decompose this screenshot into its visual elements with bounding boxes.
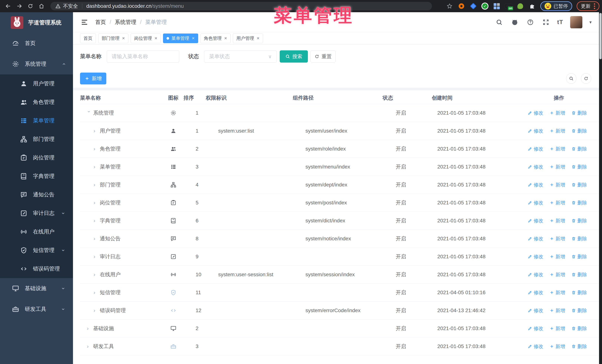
scrollbar-thumb[interactable] (599, 13, 602, 59)
sidebar-item-message[interactable]: 通知公告 (0, 186, 73, 204)
font-size-icon[interactable]: tT (557, 19, 563, 26)
delete-row-button[interactable]: 删除 (571, 128, 587, 134)
expand-row-icon[interactable]: › (94, 290, 98, 295)
delete-row-button[interactable]: 删除 (571, 110, 587, 116)
user-avatar[interactable] (570, 16, 582, 28)
search-icon[interactable] (495, 18, 504, 26)
edit-row-button[interactable]: 修改 (528, 200, 543, 206)
add-child-button[interactable]: 新增 (549, 271, 565, 278)
expand-row-icon[interactable]: › (94, 254, 98, 259)
add-child-button[interactable]: 新增 (549, 200, 565, 206)
page-tab[interactable]: 部门管理 × (98, 33, 128, 43)
edit-row-button[interactable]: 修改 (528, 182, 543, 188)
delete-row-button[interactable]: 删除 (571, 271, 587, 278)
browser-menu-icon[interactable] (593, 3, 595, 9)
page-scrollbar[interactable] (599, 12, 602, 364)
edit-row-button[interactable]: 修改 (528, 110, 543, 116)
collapse-sidebar-icon[interactable] (80, 18, 88, 26)
sidebar-item-gear[interactable]: 系统管理 › (0, 54, 73, 74)
edit-row-button[interactable]: 修改 (528, 343, 543, 350)
close-tab-icon[interactable]: × (154, 35, 157, 41)
sidebar-item-code[interactable]: 错误码管理 (0, 260, 73, 278)
add-child-button[interactable]: 新增 (549, 289, 565, 296)
edit-row-button[interactable]: 修改 (528, 289, 543, 296)
extension-tiles-icon[interactable] (493, 2, 500, 10)
expand-row-icon[interactable]: › (94, 182, 98, 187)
expand-row-icon[interactable]: › (94, 272, 98, 277)
delete-row-button[interactable]: 删除 (571, 146, 587, 152)
edit-row-button[interactable]: 修改 (528, 307, 543, 314)
sidebar-item-log[interactable]: 审计日志 › (0, 204, 73, 223)
browser-back-button[interactable] (4, 2, 12, 10)
add-child-button[interactable]: 新增 (549, 164, 565, 170)
reset-button[interactable]: 重置 (311, 50, 336, 62)
page-tab[interactable]: 角色管理 × (200, 33, 231, 43)
browser-update-button[interactable]: 更新 (577, 1, 599, 11)
sidebar-item-user[interactable]: 用户管理 (0, 74, 73, 93)
edit-row-button[interactable]: 修改 (528, 164, 543, 170)
expand-row-icon[interactable]: › (94, 308, 98, 313)
sidebar-item-online[interactable]: 在线用户 (0, 223, 73, 241)
refresh-table-button[interactable] (581, 73, 591, 84)
bookmark-star-icon[interactable] (446, 2, 453, 10)
sidebar-item-tree[interactable]: 部门管理 (0, 130, 73, 148)
edit-row-button[interactable]: 修改 (528, 128, 543, 134)
delete-row-button[interactable]: 删除 (571, 164, 587, 170)
add-child-button[interactable]: 新增 (549, 128, 565, 134)
add-child-button[interactable]: 新增 (549, 146, 565, 152)
add-child-button[interactable]: 新增 (549, 110, 565, 116)
breadcrumb-system[interactable]: 系统管理 (115, 19, 136, 26)
delete-row-button[interactable]: 删除 (571, 307, 587, 314)
add-child-button[interactable]: 新增 (549, 307, 565, 314)
expand-row-icon[interactable]: › (94, 164, 98, 169)
close-tab-icon[interactable]: × (192, 35, 194, 41)
delete-row-button[interactable]: 删除 (571, 343, 587, 350)
expand-row-icon[interactable]: › (94, 200, 98, 205)
expand-row-icon[interactable]: › (87, 326, 91, 331)
delete-row-button[interactable]: 删除 (571, 218, 587, 224)
breadcrumb-home[interactable]: 首页 (95, 19, 106, 26)
github-icon[interactable] (510, 18, 519, 26)
expand-row-icon[interactable]: › (87, 344, 91, 349)
page-tab[interactable]: 首页 (80, 33, 96, 43)
sidebar-item-users[interactable]: 角色管理 (0, 93, 73, 112)
add-child-button[interactable]: 新增 (549, 325, 565, 332)
close-tab-icon[interactable]: × (257, 35, 259, 41)
sidebar-item-menu[interactable]: 菜单管理 (0, 112, 73, 130)
add-child-button[interactable]: 新增 (549, 236, 565, 242)
add-child-button[interactable]: 新增 (549, 253, 565, 260)
add-child-button[interactable]: 新增 (549, 343, 565, 350)
extension-donut-icon[interactable] (458, 2, 465, 10)
delete-row-button[interactable]: 删除 (571, 236, 587, 242)
edit-row-button[interactable]: 修改 (528, 325, 543, 332)
extension-check-icon[interactable]: ✓ (481, 3, 488, 10)
sidebar-item-post[interactable]: 岗位管理 (0, 148, 73, 167)
toggle-search-button[interactable] (566, 73, 576, 84)
expand-row-icon[interactable]: › (94, 236, 98, 241)
help-icon[interactable] (526, 18, 535, 26)
expand-row-icon[interactable]: › (94, 128, 98, 134)
extension-gem-icon[interactable] (470, 2, 477, 10)
extensions-puzzle-icon[interactable] (528, 2, 536, 10)
address-bar[interactable]: 不安全 dashboard.yudao.iocoder.cn /system/m… (50, 2, 432, 10)
sidebar-item-monitor[interactable]: 基础设施 › (0, 278, 73, 299)
delete-row-button[interactable]: 删除 (571, 289, 587, 296)
extension-switch-icon[interactable]: on (505, 2, 512, 10)
page-tab[interactable]: 菜单管理 × (163, 33, 198, 43)
fullscreen-icon[interactable] (542, 18, 550, 26)
menu-name-input[interactable] (107, 50, 179, 62)
browser-home-button[interactable] (37, 2, 46, 10)
add-button[interactable]: 新增 (80, 73, 106, 84)
status-select[interactable]: 菜单状态 ∨ (204, 50, 277, 62)
extension-green-icon[interactable] (516, 2, 524, 10)
expand-row-icon[interactable]: › (94, 218, 98, 223)
delete-row-button[interactable]: 删除 (571, 182, 587, 188)
add-child-button[interactable]: 新增 (549, 182, 565, 188)
expand-row-icon[interactable]: › (86, 111, 92, 115)
edit-row-button[interactable]: 修改 (528, 218, 543, 224)
close-tab-icon[interactable]: × (224, 35, 227, 41)
sidebar-item-dict[interactable]: 字典管理 (0, 167, 73, 186)
edit-row-button[interactable]: 修改 (528, 271, 543, 278)
browser-reload-button[interactable] (26, 2, 34, 10)
delete-row-button[interactable]: 删除 (571, 253, 587, 260)
